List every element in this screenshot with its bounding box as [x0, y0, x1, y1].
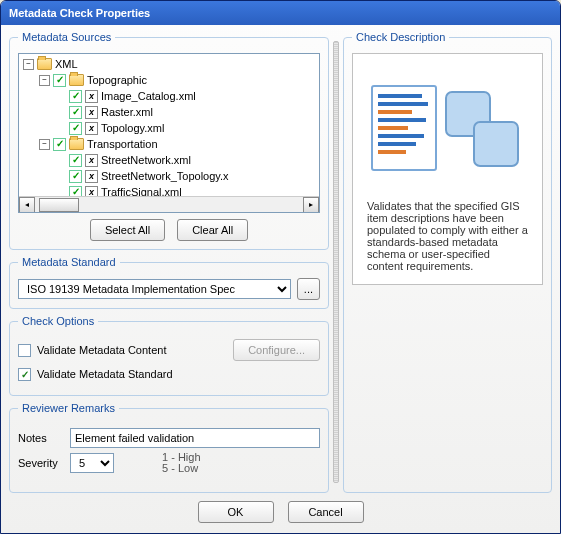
xml-file-icon: x	[85, 154, 98, 167]
tree-leaf[interactable]: StreetNetwork_Topology.x	[101, 168, 229, 184]
validate-standard-checkbox[interactable]: ✓	[18, 368, 31, 381]
metadata-standard-select[interactable]: ISO 19139 Metadata Implementation Spec	[18, 279, 291, 299]
check-description-legend: Check Description	[352, 31, 449, 43]
clear-all-button[interactable]: Clear All	[177, 219, 248, 241]
severity-select[interactable]: 5	[70, 453, 114, 473]
scroll-thumb[interactable]	[39, 198, 79, 212]
configure-label: Configure...	[248, 344, 305, 356]
checkbox-checked-icon[interactable]: ✓	[53, 74, 66, 87]
checkbox-checked-icon[interactable]: ✓	[69, 186, 82, 197]
svg-rect-1	[378, 94, 422, 98]
xml-file-icon: x	[85, 170, 98, 183]
select-all-label: Select All	[105, 224, 150, 236]
xml-file-icon: x	[85, 90, 98, 103]
cancel-button[interactable]: Cancel	[288, 501, 364, 523]
checkbox-checked-icon[interactable]: ✓	[69, 90, 82, 103]
check-options-group: Check Options Validate Metadata Content …	[9, 315, 329, 396]
validate-content-checkbox[interactable]	[18, 344, 31, 357]
severity-label: Severity	[18, 457, 62, 469]
configure-button: Configure...	[233, 339, 320, 361]
notes-input[interactable]	[70, 428, 320, 448]
select-all-button[interactable]: Select All	[90, 219, 165, 241]
xml-file-icon: x	[85, 186, 98, 197]
dialog-window: Metadata Check Properties Metadata Sourc…	[0, 0, 561, 534]
horizontal-scrollbar[interactable]: ◂ ▸	[19, 196, 319, 212]
reviewer-remarks-legend: Reviewer Remarks	[18, 402, 119, 414]
notes-label: Notes	[18, 432, 62, 444]
svg-rect-8	[378, 150, 406, 154]
checkbox-checked-icon[interactable]: ✓	[69, 106, 82, 119]
svg-rect-7	[378, 142, 416, 146]
svg-rect-4	[378, 118, 426, 122]
browse-label: ...	[304, 283, 313, 295]
validate-standard-label: Validate Metadata Standard	[37, 368, 173, 380]
ok-label: OK	[228, 506, 244, 518]
scroll-left-icon[interactable]: ◂	[19, 197, 35, 213]
tree-leaf[interactable]: StreetNetwork.xml	[101, 152, 191, 168]
collapse-icon[interactable]: −	[23, 59, 34, 70]
window-title: Metadata Check Properties	[9, 7, 150, 19]
checkbox-checked-icon[interactable]: ✓	[53, 138, 66, 151]
check-description-illustration-icon	[368, 76, 528, 186]
cancel-label: Cancel	[308, 506, 342, 518]
ok-button[interactable]: OK	[198, 501, 274, 523]
metadata-sources-legend: Metadata Sources	[18, 31, 115, 43]
check-description-group: Check Description	[343, 31, 552, 493]
check-options-legend: Check Options	[18, 315, 98, 327]
checkbox-checked-icon[interactable]: ✓	[69, 154, 82, 167]
splitter-handle[interactable]	[333, 41, 339, 483]
svg-rect-5	[378, 126, 408, 130]
metadata-standard-legend: Metadata Standard	[18, 256, 120, 268]
scroll-right-icon[interactable]: ▸	[303, 197, 319, 213]
folder-icon	[37, 58, 52, 70]
metadata-standard-group: Metadata Standard ISO 19139 Metadata Imp…	[9, 256, 329, 309]
svg-rect-10	[474, 122, 518, 166]
sources-tree[interactable]: −XML −✓Topographic ✓xImage_Catalog.xml ✓…	[18, 53, 320, 213]
folder-icon	[69, 138, 84, 150]
xml-file-icon: x	[85, 122, 98, 135]
check-description-text: Validates that the specified GIS item de…	[361, 196, 534, 276]
collapse-icon[interactable]: −	[39, 139, 50, 150]
tree-leaf[interactable]: Raster.xml	[101, 104, 153, 120]
tree-node-topographic[interactable]: Topographic	[87, 72, 147, 88]
tree-leaf[interactable]: Image_Catalog.xml	[101, 88, 196, 104]
tree-node-root[interactable]: XML	[55, 56, 78, 72]
reviewer-remarks-group: Reviewer Remarks Notes Severity 5 1 - Hi…	[9, 402, 329, 493]
svg-rect-3	[378, 110, 412, 114]
tree-node-transportation[interactable]: Transportation	[87, 136, 158, 152]
browse-standard-button[interactable]: ...	[297, 278, 320, 300]
clear-all-label: Clear All	[192, 224, 233, 236]
collapse-icon[interactable]: −	[39, 75, 50, 86]
tree-leaf[interactable]: TrafficSignal.xml	[101, 184, 182, 196]
svg-rect-2	[378, 102, 428, 106]
metadata-sources-group: Metadata Sources −XML −✓Topographic ✓xIm…	[9, 31, 329, 250]
folder-icon	[69, 74, 84, 86]
checkbox-checked-icon[interactable]: ✓	[69, 122, 82, 135]
tree-leaf[interactable]: Topology.xml	[101, 120, 164, 136]
title-bar: Metadata Check Properties	[1, 1, 560, 25]
checkbox-checked-icon[interactable]: ✓	[69, 170, 82, 183]
xml-file-icon: x	[85, 106, 98, 119]
svg-rect-6	[378, 134, 424, 138]
severity-scale-low: 5 - Low	[162, 463, 201, 474]
validate-content-label: Validate Metadata Content	[37, 344, 227, 356]
